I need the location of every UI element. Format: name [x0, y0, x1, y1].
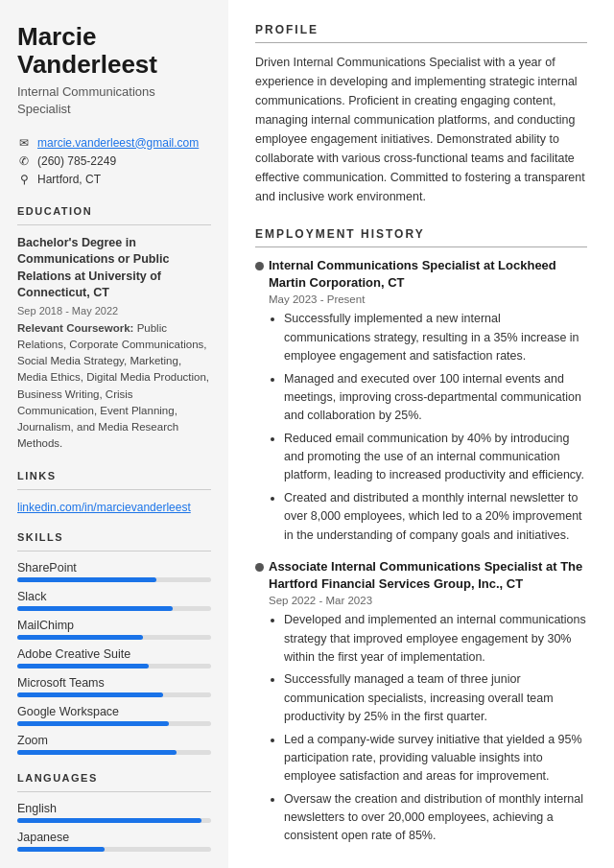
- job-title: Associate Internal Communications Specia…: [269, 558, 587, 593]
- skill-item: Microsoft Teams: [17, 676, 211, 697]
- job-bullet: Successfully implemented a new internal …: [284, 310, 587, 365]
- skill-item: MailChimp: [17, 619, 211, 640]
- profile-section: PROFILE Driven Internal Communications S…: [255, 23, 587, 206]
- job-bullets: Successfully implemented a new internal …: [269, 310, 587, 545]
- skill-bar-fill: [17, 721, 169, 726]
- location-text: Hartford, CT: [37, 173, 101, 186]
- job-bullet: Developed and implemented an internal co…: [284, 611, 587, 667]
- languages-divider: [17, 791, 211, 792]
- skills-section: SKILLS SharePoint Slack MailChimp Adobe …: [17, 531, 211, 755]
- skill-bar-fill: [17, 635, 143, 640]
- job-entry: Associate Internal Communications Specia…: [255, 558, 587, 846]
- profile-title: PROFILE: [255, 23, 587, 36]
- education-divider: [17, 224, 211, 225]
- profile-text: Driven Internal Communications Specialis…: [255, 53, 587, 206]
- employment-title: EMPLOYMENT HISTORY: [255, 227, 587, 241]
- location-item: ⚲ Hartford, CT: [17, 173, 211, 186]
- language-bar-bg: [17, 847, 211, 852]
- skills-label: SKILLS: [17, 531, 211, 543]
- language-item: Japanese: [17, 831, 211, 852]
- language-name: English: [17, 802, 211, 815]
- contact-section: ✉ marcie.vanderleest@gmail.com ✆ (260) 7…: [17, 136, 211, 186]
- coursework-label: Relevant Coursework:: [17, 322, 133, 334]
- skill-item: SharePoint: [17, 561, 211, 582]
- skill-bar-bg: [17, 635, 211, 640]
- job-bullets: Developed and implemented an internal co…: [269, 611, 587, 846]
- skills-list: SharePoint Slack MailChimp Adobe Creativ…: [17, 561, 211, 755]
- skill-bar-bg: [17, 664, 211, 669]
- skill-item: Google Workspace: [17, 705, 211, 726]
- job-title: Internal Communications Specialist at Lo…: [269, 257, 587, 292]
- language-name: Japanese: [17, 831, 211, 844]
- jobs-list: Internal Communications Specialist at Lo…: [255, 257, 587, 846]
- languages-section: LANGUAGES English Japanese: [17, 772, 211, 852]
- links-section: LINKS linkedin.com/in/marcievanderleest: [17, 470, 211, 514]
- employment-divider: [255, 246, 587, 247]
- job-bullet: Created and distributed a monthly intern…: [284, 489, 587, 545]
- skill-bar-bg: [17, 750, 211, 755]
- skill-name: MailChimp: [17, 619, 211, 632]
- linkedin-link[interactable]: linkedin.com/in/marcievanderleest: [17, 501, 191, 514]
- language-item: English: [17, 802, 211, 823]
- main-content: PROFILE Driven Internal Communications S…: [228, 0, 614, 868]
- employment-section: EMPLOYMENT HISTORY Internal Communicatio…: [255, 227, 587, 846]
- email-item: ✉ marcie.vanderleest@gmail.com: [17, 136, 211, 150]
- job-dates: May 2023 - Present: [269, 293, 587, 305]
- skill-item: Slack: [17, 590, 211, 611]
- skill-bar-fill: [17, 606, 173, 611]
- language-bar-fill: [17, 847, 105, 852]
- coursework-text: Public Relations, Corporate Communicatio…: [17, 322, 209, 450]
- skill-bar-fill: [17, 692, 163, 697]
- language-bar-bg: [17, 818, 211, 823]
- edu-coursework: Relevant Coursework: Public Relations, C…: [17, 320, 211, 453]
- edu-dates: Sep 2018 - May 2022: [17, 305, 211, 317]
- languages-label: LANGUAGES: [17, 772, 211, 784]
- skill-item: Zoom: [17, 734, 211, 755]
- skill-name: Adobe Creative Suite: [17, 647, 211, 661]
- job-bullet: Managed and executed over 100 internal e…: [284, 370, 587, 426]
- candidate-title: Internal Communications Specialist: [17, 83, 211, 118]
- skill-bar-bg: [17, 606, 211, 611]
- skill-name: Zoom: [17, 734, 211, 747]
- education-label: EDUCATION: [17, 205, 211, 217]
- skill-bar-bg: [17, 577, 211, 582]
- job-dates: Sep 2022 - Mar 2023: [269, 595, 587, 606]
- skill-bar-bg: [17, 692, 211, 697]
- skills-divider: [17, 551, 211, 551]
- email-icon: ✉: [17, 136, 31, 150]
- education-section: EDUCATION Bachelor's Degree in Communica…: [17, 205, 211, 453]
- job-bullet: Oversaw the creation and distribution of…: [284, 790, 587, 846]
- job-entry: Internal Communications Specialist at Lo…: [255, 257, 587, 545]
- links-label: LINKS: [17, 470, 211, 481]
- edu-degree: Bachelor's Degree in Communications or P…: [17, 235, 211, 302]
- skill-bar-bg: [17, 721, 211, 726]
- language-bar-fill: [17, 818, 201, 823]
- links-divider: [17, 489, 211, 490]
- skill-name: Google Workspace: [17, 705, 211, 718]
- location-icon: ⚲: [17, 173, 31, 186]
- profile-divider: [255, 42, 587, 43]
- skill-bar-fill: [17, 750, 177, 755]
- job-bullet: Reduced email communication by 40% by in…: [284, 430, 587, 485]
- linkedin-item: linkedin.com/in/marcievanderleest: [17, 500, 211, 514]
- phone-icon: ✆: [17, 154, 31, 168]
- job-bullet: Led a company-wide survey initiative tha…: [284, 731, 587, 786]
- job-bullet: Successfully managed a team of three jun…: [284, 670, 587, 726]
- skill-bar-fill: [17, 664, 149, 669]
- skill-name: Slack: [17, 590, 211, 603]
- skill-name: Microsoft Teams: [17, 676, 211, 690]
- languages-list: English Japanese: [17, 802, 211, 852]
- phone-text: (260) 785-2249: [37, 154, 116, 168]
- skill-item: Adobe Creative Suite: [17, 647, 211, 669]
- skill-name: SharePoint: [17, 561, 211, 575]
- skill-bar-fill: [17, 577, 156, 582]
- phone-item: ✆ (260) 785-2249: [17, 154, 211, 168]
- email-link[interactable]: marcie.vanderleest@gmail.com: [37, 136, 199, 150]
- sidebar: Marcie Vanderleest Internal Communicatio…: [0, 0, 228, 868]
- candidate-name: Marcie Vanderleest: [17, 23, 211, 78]
